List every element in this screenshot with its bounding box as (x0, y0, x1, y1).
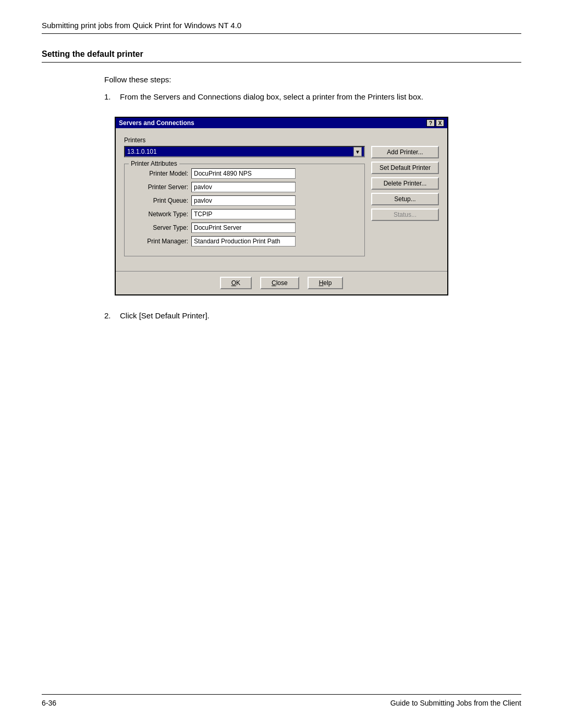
printer-dropdown-value: 13.1.0.101 (127, 148, 157, 155)
attr-value-print-queue: pavlov (191, 195, 296, 206)
attr-value-printer-server: pavlov (191, 182, 296, 192)
setup-button[interactable]: Setup... (371, 193, 439, 205)
status-button[interactable]: Status... (371, 208, 439, 221)
attr-server-type: Server Type: DocuPrint Server (131, 223, 358, 233)
dialog-titlebar: Servers and Connections ? X (116, 118, 447, 128)
attr-value-print-manager: Standard Production Print Path (191, 236, 296, 246)
attr-label-printer-server: Printer Server: (131, 183, 188, 191)
dialog-wrapper: Servers and Connections ? X Printers (115, 117, 448, 295)
step-1: 1. From the Servers and Connections dial… (104, 92, 521, 101)
dialog-close-button[interactable]: X (436, 119, 444, 127)
add-printer-button[interactable]: Add Printer... (371, 146, 439, 158)
attr-value-network-type: TCPIP (191, 209, 296, 219)
dialog-body: Printers 13.1.0.101 ▼ Printe (116, 128, 447, 271)
main-content-row: 13.1.0.101 ▼ Printer Attributes Printer … (124, 146, 439, 263)
footer-guide-title: Guide to Submitting Jobs from the Client (390, 699, 521, 707)
page-container: Submitting print jobs from Quick Print f… (0, 0, 563, 728)
step-1-number: 1. (104, 92, 115, 101)
attributes-group-label: Printer Attributes (129, 160, 179, 167)
intro-text: Follow these steps: (104, 75, 521, 84)
attr-printer-server: Printer Server: pavlov (131, 182, 358, 192)
page-footer: 6-36 Guide to Submitting Jobs from the C… (42, 694, 521, 707)
printer-dropdown[interactable]: 13.1.0.101 ▼ (124, 146, 365, 157)
attr-label-print-manager: Print Manager: (131, 238, 188, 245)
dialog-footer: OK Close Help (116, 271, 447, 294)
delete-printer-button[interactable]: Delete Printer... (371, 177, 439, 190)
attr-value-server-type: DocuPrint Server (191, 223, 296, 233)
attr-label-network-type: Network Type: (131, 211, 188, 218)
page-header: Submitting print jobs from Quick Print f… (42, 21, 521, 34)
footer-page-number: 6-36 (42, 699, 56, 707)
step-2-number: 2. (104, 311, 115, 320)
attr-label-printer-model: Printer Model: (131, 170, 188, 177)
printer-dropdown-row: 13.1.0.101 ▼ (124, 146, 365, 157)
header-text: Submitting print jobs from Quick Print f… (42, 21, 241, 30)
attr-print-queue: Print Queue: pavlov (131, 195, 358, 206)
attr-printer-model: Printer Model: DocuPrint 4890 NPS (131, 168, 358, 179)
printer-attributes-group: Printer Attributes Printer Model: DocuPr… (124, 164, 365, 256)
attr-value-printer-model: DocuPrint 4890 NPS (191, 168, 296, 179)
attr-network-type: Network Type: TCPIP (131, 209, 358, 219)
step-1-text: From the Servers and Connections dialog … (120, 92, 423, 101)
left-column: 13.1.0.101 ▼ Printer Attributes Printer … (124, 146, 365, 263)
set-default-printer-button[interactable]: Set Default Printer (371, 162, 439, 174)
section-title: Setting the default printer (42, 50, 521, 63)
step-2-text: Click [Set Default Printer]. (120, 311, 210, 320)
attr-label-print-queue: Print Queue: (131, 197, 188, 204)
close-button[interactable]: Close (260, 277, 299, 289)
dropdown-arrow-icon[interactable]: ▼ (353, 147, 362, 156)
printers-label: Printers (124, 137, 439, 144)
dialog-help-button[interactable]: ? (426, 119, 435, 127)
dialog-title: Servers and Connections (119, 119, 194, 127)
dialog-title-buttons: ? X (426, 119, 444, 127)
help-button[interactable]: Help (308, 277, 344, 289)
attr-label-server-type: Server Type: (131, 224, 188, 231)
ok-button[interactable]: OK (220, 277, 252, 289)
step-2: 2. Click [Set Default Printer]. (104, 311, 521, 320)
servers-connections-dialog: Servers and Connections ? X Printers (115, 117, 448, 295)
attr-print-manager: Print Manager: Standard Production Print… (131, 236, 358, 246)
side-buttons: Add Printer... Set Default Printer Delet… (371, 146, 439, 263)
